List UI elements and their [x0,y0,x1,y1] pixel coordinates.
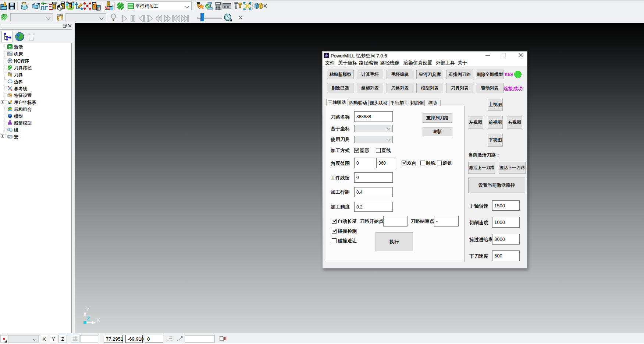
svg-text:Z: Z [87,316,90,322]
svg-text:Z: Z [166,340,168,342]
svg-text:Y: Y [86,306,90,312]
svg-text:X: X [96,317,100,323]
